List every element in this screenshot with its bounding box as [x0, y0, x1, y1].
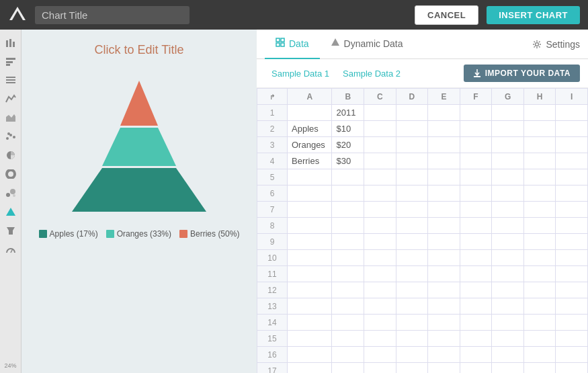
cell-r14-c8[interactable]: [556, 315, 588, 331]
cell-r14-c2[interactable]: [364, 315, 396, 331]
cell-r16-c2[interactable]: [364, 347, 396, 363]
cell-r4-c7[interactable]: [523, 153, 556, 169]
cell-r11-c7[interactable]: [523, 266, 556, 282]
cell-r2-c8[interactable]: [556, 121, 588, 137]
cell-r6-c4[interactable]: [428, 185, 460, 202]
cell-r17-c2[interactable]: [364, 363, 396, 374]
cell-r1-c7[interactable]: [523, 105, 556, 121]
cell-r1-c8[interactable]: [556, 105, 588, 121]
cell-r15-c2[interactable]: [364, 331, 396, 347]
gauge-icon[interactable]: [2, 241, 19, 258]
cell-r13-c0[interactable]: [288, 298, 332, 315]
cell-r4-c8[interactable]: [556, 153, 588, 169]
cell-r14-c7[interactable]: [523, 315, 556, 331]
cell-r6-c7[interactable]: [523, 185, 556, 202]
pyramid-icon[interactable]: [2, 203, 19, 220]
cell-r13-c3[interactable]: [396, 298, 428, 315]
cell-r16-c7[interactable]: [523, 347, 556, 363]
cell-r11-c2[interactable]: [364, 266, 396, 282]
cell-r16-c4[interactable]: [428, 347, 460, 363]
bar-chart-icon[interactable]: [2, 34, 19, 51]
cell-r8-c4[interactable]: [428, 218, 460, 234]
cell-r8-c3[interactable]: [396, 218, 428, 234]
scatter-icon[interactable]: [2, 128, 19, 145]
cell-r7-c0[interactable]: [288, 202, 332, 218]
cell-r5-c8[interactable]: [556, 169, 588, 185]
cell-r7-c6[interactable]: [492, 202, 524, 218]
cell-r6-c2[interactable]: [364, 185, 396, 202]
cell-r8-c7[interactable]: [523, 218, 556, 234]
settings-button[interactable]: Settings: [532, 39, 580, 50]
list-icon[interactable]: [2, 71, 19, 89]
cell-r6-c3[interactable]: [396, 185, 428, 202]
cell-r5-c2[interactable]: [364, 169, 396, 185]
cell-r2-c6[interactable]: [492, 121, 524, 137]
cell-r10-c8[interactable]: [556, 250, 588, 266]
cell-r6-c5[interactable]: [460, 185, 492, 202]
cell-r11-c5[interactable]: [460, 266, 492, 282]
bubble-icon[interactable]: [2, 184, 19, 202]
cell-r5-c5[interactable]: [460, 169, 492, 185]
cell-r9-c7[interactable]: [523, 234, 556, 250]
cell-r1-c5[interactable]: [460, 105, 492, 121]
cell-r6-c1[interactable]: [332, 185, 364, 202]
cell-r15-c4[interactable]: [428, 331, 460, 347]
cell-r2-c5[interactable]: [460, 121, 492, 137]
cell-r9-c4[interactable]: [428, 234, 460, 250]
cell-r13-c4[interactable]: [428, 298, 460, 315]
cell-r3-c0[interactable]: Oranges: [288, 137, 332, 153]
cell-r10-c3[interactable]: [396, 250, 428, 266]
cell-r14-c6[interactable]: [492, 315, 524, 331]
cell-r1-c4[interactable]: [428, 105, 460, 121]
cell-r3-c8[interactable]: [556, 137, 588, 153]
cell-r4-c5[interactable]: [460, 153, 492, 169]
cell-r4-c4[interactable]: [428, 153, 460, 169]
chart-edit-title[interactable]: Click to Edit Title: [94, 43, 183, 57]
cell-r13-c5[interactable]: [460, 298, 492, 315]
cell-r4-c3[interactable]: [396, 153, 428, 169]
cell-r7-c4[interactable]: [428, 202, 460, 218]
cell-r3-c3[interactable]: [396, 137, 428, 153]
cell-r3-c5[interactable]: [460, 137, 492, 153]
cell-r12-c1[interactable]: [332, 282, 364, 298]
cell-r12-c8[interactable]: [556, 282, 588, 298]
cell-r2-c1[interactable]: $10: [332, 121, 364, 137]
cell-r16-c0[interactable]: [288, 347, 332, 363]
cell-r4-c0[interactable]: Berries: [288, 153, 332, 169]
cell-r9-c6[interactable]: [492, 234, 524, 250]
cell-r1-c0[interactable]: [288, 105, 332, 121]
insert-chart-button[interactable]: INSERT CHART: [487, 6, 580, 24]
tab-data[interactable]: Data: [265, 30, 320, 59]
cell-r12-c5[interactable]: [460, 282, 492, 298]
cell-r2-c7[interactable]: [523, 121, 556, 137]
cell-r1-c2[interactable]: [364, 105, 396, 121]
cell-r9-c8[interactable]: [556, 234, 588, 250]
cell-r14-c1[interactable]: [332, 315, 364, 331]
cell-r7-c7[interactable]: [523, 202, 556, 218]
sample-data-2-tab[interactable]: Sample Data 2: [336, 66, 407, 81]
cell-r17-c3[interactable]: [396, 363, 428, 374]
cell-r7-c2[interactable]: [364, 202, 396, 218]
cell-r15-c5[interactable]: [460, 331, 492, 347]
cell-r17-c5[interactable]: [460, 363, 492, 374]
cell-r5-c0[interactable]: [288, 169, 332, 185]
cell-r15-c8[interactable]: [556, 331, 588, 347]
cell-r9-c3[interactable]: [396, 234, 428, 250]
cell-r4-c6[interactable]: [492, 153, 524, 169]
cell-r15-c0[interactable]: [288, 331, 332, 347]
cell-r2-c4[interactable]: [428, 121, 460, 137]
cell-r8-c0[interactable]: [288, 218, 332, 234]
pie-chart-icon[interactable]: [2, 147, 19, 164]
cell-r13-c7[interactable]: [523, 298, 556, 315]
cell-r5-c3[interactable]: [396, 169, 428, 185]
cell-r11-c0[interactable]: [288, 266, 332, 282]
cell-r12-c4[interactable]: [428, 282, 460, 298]
cell-r10-c0[interactable]: [288, 250, 332, 266]
cell-r5-c6[interactable]: [492, 169, 524, 185]
cell-r10-c2[interactable]: [364, 250, 396, 266]
cell-r10-c4[interactable]: [428, 250, 460, 266]
cell-r15-c6[interactable]: [492, 331, 524, 347]
funnel-icon[interactable]: [2, 222, 19, 239]
cell-r14-c4[interactable]: [428, 315, 460, 331]
cell-r15-c7[interactable]: [523, 331, 556, 347]
